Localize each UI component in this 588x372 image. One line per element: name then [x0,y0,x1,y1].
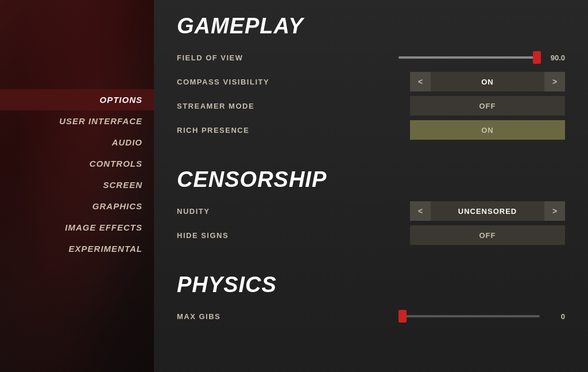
nudity-label: NUDITY [177,207,210,216]
sidebar-item-experimental[interactable]: EXPERIMENTAL [0,238,154,259]
compass-label: COMPASS VISIBILITY [177,78,269,86]
sidebar: OPTIONS USER INTERFACE AUDIO CONTROLS SC… [0,0,154,372]
sidebar-item-options[interactable]: OPTIONS [0,89,154,110]
hide-signs-label: HIDE SIGNS [177,231,229,240]
nudity-arrow-right[interactable]: > [544,201,565,221]
compass-arrow-right[interactable]: > [544,72,565,91]
rich-presence-control: ON [399,120,565,140]
sidebar-item-audio[interactable]: AUDIO [0,132,154,153]
sidebar-item-graphics[interactable]: GRAPHICS [0,195,154,217]
main-content: GAMEPLAY FIELD OF VIEW 90.0 COMPASS VISI… [154,0,588,372]
compass-value: ON [431,78,544,86]
fov-control: 90.0 [399,53,565,62]
compass-control: < ON > [399,72,565,91]
max-gibs-slider-container: 0 [399,312,565,321]
fov-slider-container: 90.0 [399,53,565,62]
streamer-toggle[interactable]: OFF [410,96,565,116]
content-inner: GAMEPLAY FIELD OF VIEW 90.0 COMPASS VISI… [177,14,565,326]
compass-selector: < ON > [410,72,565,91]
fov-slider-value: 90.0 [544,53,565,62]
censorship-section-title: CENSORSHIP [177,167,565,192]
streamer-setting-row: STREAMER MODE OFF [177,96,565,116]
gameplay-section-title: GAMEPLAY [177,14,565,39]
rich-presence-toggle[interactable]: ON [410,120,565,140]
hide-signs-control: OFF [399,225,565,245]
nudity-arrow-left[interactable]: < [410,201,431,221]
max-gibs-control: 0 [399,312,565,321]
fov-setting-row: FIELD OF VIEW 90.0 [177,48,565,67]
max-gibs-slider-thumb[interactable] [399,310,407,323]
rich-presence-setting-row: RICH PRESENCE ON [177,120,565,140]
streamer-control: OFF [399,96,565,116]
max-gibs-slider-value: 0 [544,312,565,321]
fov-slider-track[interactable] [399,56,540,59]
streamer-label: STREAMER MODE [177,102,254,110]
nudity-control: < UNCENSORED > [399,201,565,221]
sidebar-item-user-interface[interactable]: USER INTERFACE [0,110,154,132]
physics-section-title: PHYSICS [177,273,565,297]
sidebar-item-image-effects[interactable]: IMAGE EFFECTS [0,217,154,238]
max-gibs-setting-row: MAX GIBS 0 [177,306,565,326]
nudity-value: UNCENSORED [431,207,544,216]
fov-slider-thumb[interactable] [533,51,541,64]
hide-signs-setting-row: HIDE SIGNS OFF [177,225,565,245]
compass-arrow-left[interactable]: < [410,72,431,91]
rich-presence-label: RICH PRESENCE [177,126,249,135]
nudity-setting-row: NUDITY < UNCENSORED > [177,201,565,221]
compass-setting-row: COMPASS VISIBILITY < ON > [177,72,565,91]
max-gibs-slider-track[interactable] [399,315,540,317]
fov-slider-fill [399,56,537,59]
fov-label: FIELD OF VIEW [177,53,243,62]
sidebar-item-controls[interactable]: CONTROLS [0,153,154,174]
max-gibs-label: MAX GIBS [177,312,220,321]
sidebar-nav: OPTIONS USER INTERFACE AUDIO CONTROLS SC… [0,0,154,259]
hide-signs-toggle[interactable]: OFF [410,225,565,245]
nudity-selector: < UNCENSORED > [410,201,565,221]
sidebar-item-screen[interactable]: SCREEN [0,174,154,195]
